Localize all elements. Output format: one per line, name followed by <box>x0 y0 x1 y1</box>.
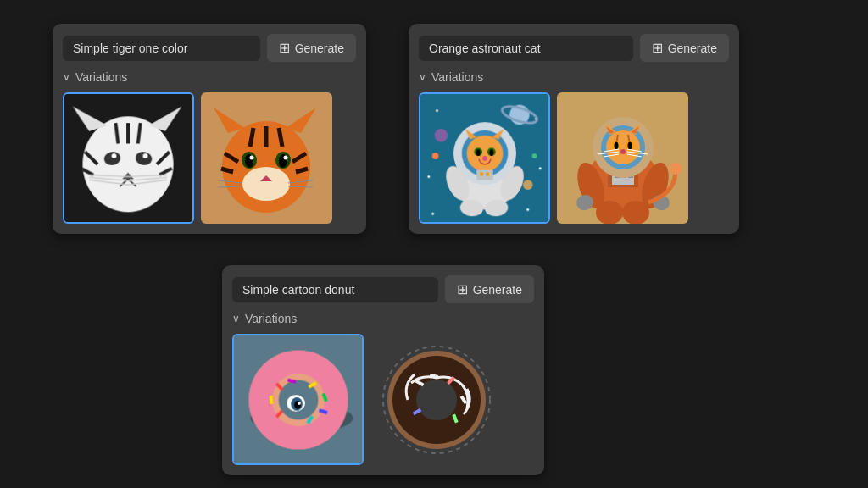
card-cat: Orange astronaut cat ⊞ Generate ∨ Variat… <box>409 24 739 234</box>
donut-generate-button[interactable]: ⊞ Generate <box>445 275 534 303</box>
tiger-image-1[interactable] <box>63 92 194 224</box>
tiger-image-2[interactable] <box>201 92 332 224</box>
tiger-generate-button[interactable]: ⊞ Generate <box>267 34 356 62</box>
card-tiger: Simple tiger one color ⊞ Generate ∨ Vari… <box>53 24 366 234</box>
tiger-images-row <box>63 92 356 224</box>
generate-icon-3: ⊞ <box>457 281 468 297</box>
chevron-down-icon-2: ∨ <box>419 71 426 83</box>
card-cat-header: Orange astronaut cat ⊞ Generate <box>419 34 729 62</box>
generate-icon: ⊞ <box>279 40 290 56</box>
tiger-prompt: Simple tiger one color <box>63 36 260 61</box>
cat-variations-header: ∨ Variations <box>419 70 729 84</box>
chevron-down-icon-3: ∨ <box>232 313 240 324</box>
cat-images-row <box>419 92 729 224</box>
main-canvas: Simple tiger one color ⊞ Generate ∨ Vari… <box>53 15 815 473</box>
donut-variations-header: ∨ Variations <box>232 312 534 325</box>
cat-generate-button[interactable]: ⊞ Generate <box>640 34 729 62</box>
donut-image-1[interactable] <box>232 334 364 465</box>
donut-prompt: Simple cartoon donut <box>232 277 438 302</box>
cat-prompt: Orange astronaut cat <box>419 36 633 61</box>
card-donut: Simple cartoon donut ⊞ Generate ∨ Variat… <box>222 265 544 475</box>
cat-image-1[interactable] <box>419 92 550 224</box>
chevron-down-icon: ∨ <box>63 71 70 83</box>
donut-image-2[interactable] <box>370 334 502 465</box>
donut-images-row <box>232 334 534 465</box>
card-tiger-header: Simple tiger one color ⊞ Generate <box>63 34 356 62</box>
generate-icon-2: ⊞ <box>652 40 663 56</box>
card-donut-header: Simple cartoon donut ⊞ Generate <box>232 275 534 303</box>
cat-image-2[interactable] <box>557 92 688 224</box>
tiger-variations-header: ∨ Variations <box>63 70 356 84</box>
